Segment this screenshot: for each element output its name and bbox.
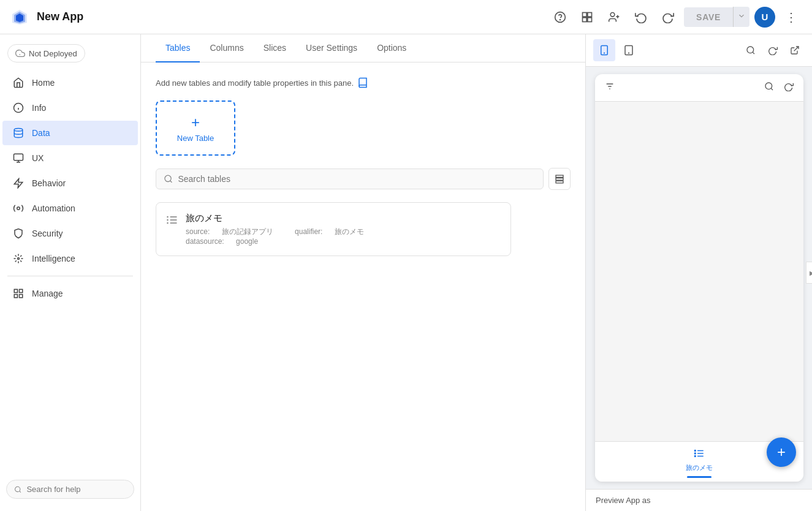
svg-marker-20 xyxy=(14,179,23,188)
table-item-info: 旅のメモ source: 旅の記録アプリ qualifier: 旅のメモ dat… xyxy=(186,213,384,246)
sidebar-item-label: Security xyxy=(32,229,63,238)
svg-point-16 xyxy=(14,129,23,132)
cloud-icon xyxy=(15,48,25,58)
redo-button[interactable] xyxy=(657,6,679,28)
sidebar-item-data[interactable]: Data xyxy=(2,121,138,145)
svg-point-22 xyxy=(18,258,20,260)
svg-line-51 xyxy=(771,88,773,90)
sidebar-item-label: Data xyxy=(32,128,50,138)
sidebar-item-label: UX xyxy=(32,153,44,163)
undo-button[interactable] xyxy=(630,6,652,28)
table-datasource: datasource: google xyxy=(186,237,268,246)
deployment-status-badge[interactable]: Not Deployed xyxy=(7,44,85,62)
phone-fab-button[interactable]: + xyxy=(767,437,796,467)
svg-point-50 xyxy=(765,83,772,89)
svg-line-28 xyxy=(20,491,21,492)
sidebar-item-intelligence[interactable]: Intelligence xyxy=(2,246,138,271)
svg-point-56 xyxy=(694,453,696,454)
pages-button[interactable] xyxy=(576,6,598,28)
sidebar-nav: Home Info Data UX xyxy=(0,70,140,475)
sidebar-item-label: Automation xyxy=(32,203,75,213)
header: New App SAVE U ⋮ xyxy=(0,0,812,34)
search-icon xyxy=(14,485,21,494)
content-area: Tables Columns Slices User Settings Opti… xyxy=(141,34,585,511)
svg-point-21 xyxy=(17,207,20,210)
phone-refresh-icon xyxy=(784,81,794,94)
new-table-label: New Table xyxy=(177,134,214,143)
tabs-bar: Tables Columns Slices User Settings Opti… xyxy=(141,34,585,62)
home-icon xyxy=(12,77,25,89)
save-dropdown-button[interactable] xyxy=(733,7,749,27)
new-table-button[interactable]: + New Table xyxy=(156,100,235,156)
table-row-icon xyxy=(166,214,178,229)
intelligence-icon xyxy=(12,252,25,265)
preview-as-bar: Preview App as xyxy=(586,489,812,511)
ux-icon xyxy=(12,152,25,164)
behavior-icon xyxy=(12,177,25,189)
preview-search-button[interactable] xyxy=(741,40,761,60)
phone-filter-icon xyxy=(605,81,615,94)
preview-refresh-button[interactable] xyxy=(763,40,783,60)
search-tables-icon xyxy=(164,174,173,184)
book-icon xyxy=(357,77,368,88)
phone-bottom-indicator xyxy=(687,476,711,478)
help-search-input[interactable] xyxy=(26,485,126,494)
sidebar-manage-label: Manage xyxy=(32,289,63,298)
tab-options[interactable]: Options xyxy=(367,34,416,62)
tab-tables[interactable]: Tables xyxy=(156,34,200,62)
sidebar-item-ux[interactable]: UX xyxy=(2,146,138,170)
sidebar-item-label: Behavior xyxy=(32,178,66,188)
add-user-button[interactable] xyxy=(603,6,625,28)
data-icon xyxy=(12,127,25,139)
svg-point-27 xyxy=(15,486,20,491)
phone-screen: 旅のメモ xyxy=(595,74,803,482)
panel-collapse-arrow[interactable]: ▶ xyxy=(806,262,812,284)
table-view-toggle-button[interactable] xyxy=(548,168,571,190)
save-button[interactable]: SAVE xyxy=(684,7,733,27)
sidebar-item-label: Intelligence xyxy=(32,254,75,263)
svg-rect-24 xyxy=(20,289,23,292)
manage-icon xyxy=(12,287,25,300)
tablet-view-button[interactable] xyxy=(618,39,640,61)
sidebar-item-label: Info xyxy=(32,103,46,113)
svg-rect-25 xyxy=(14,295,17,298)
tab-slices[interactable]: Slices xyxy=(254,34,296,62)
avatar: U xyxy=(754,7,775,28)
preview-search-icon xyxy=(746,45,756,55)
tab-user-settings[interactable]: User Settings xyxy=(296,34,367,62)
info-icon xyxy=(12,102,25,114)
phone-bottom-list-icon xyxy=(694,448,705,462)
preview-app-as-label: Preview App as xyxy=(596,496,651,505)
search-tables-input-wrapper[interactable] xyxy=(156,168,544,189)
preview-panel: 旅のメモ + Preview App as ▶ xyxy=(585,34,812,511)
plus-icon: + xyxy=(191,114,200,131)
sidebar-item-behavior[interactable]: Behavior xyxy=(2,171,138,195)
tab-columns[interactable]: Columns xyxy=(200,34,253,62)
sidebar-item-security[interactable]: Security xyxy=(2,221,138,246)
svg-rect-8 xyxy=(588,17,592,21)
app-logo xyxy=(10,7,29,27)
mobile-view-button[interactable] xyxy=(593,39,615,61)
external-link-icon xyxy=(790,45,800,55)
svg-rect-31 xyxy=(556,175,563,177)
sidebar-item-manage[interactable]: Manage xyxy=(2,281,138,306)
table-item[interactable]: 旅のメモ source: 旅の記録アプリ qualifier: 旅のメモ dat… xyxy=(156,202,511,256)
preview-toolbar xyxy=(586,34,812,67)
refresh-icon xyxy=(768,45,778,55)
search-tables-input[interactable] xyxy=(178,174,536,184)
sidebar-item-info[interactable]: Info xyxy=(2,96,138,120)
sidebar-item-automation[interactable]: Automation xyxy=(2,196,138,221)
content-body: Add new tables and modify table properti… xyxy=(141,62,585,511)
sidebar-item-home[interactable]: Home xyxy=(2,70,138,95)
help-button[interactable] xyxy=(549,6,571,28)
helper-text: Add new tables and modify table properti… xyxy=(156,77,571,88)
sidebar-search[interactable] xyxy=(6,480,134,499)
svg-rect-6 xyxy=(588,12,592,17)
more-menu-button[interactable]: ⋮ xyxy=(780,6,802,28)
svg-point-44 xyxy=(747,47,754,53)
automation-icon xyxy=(12,202,25,214)
search-row xyxy=(156,168,571,190)
phone-body xyxy=(595,102,803,441)
table-name: 旅のメモ xyxy=(186,213,384,224)
preview-open-button[interactable] xyxy=(785,40,805,60)
